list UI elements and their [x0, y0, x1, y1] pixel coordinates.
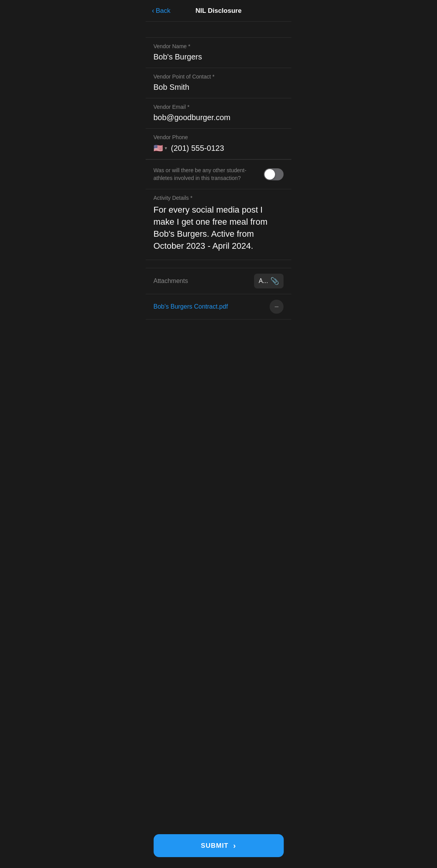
minus-icon: − — [274, 302, 279, 311]
vendor-email-value[interactable]: bob@goodburger.com — [153, 113, 284, 122]
activity-details-section: Activity Details * For every social medi… — [146, 189, 291, 260]
vendor-contact-section: Vendor Point of Contact * Bob Smith — [146, 68, 291, 98]
attachments-label: Attachments — [153, 278, 188, 285]
other-athletes-label: Was or will there be any other student-a… — [153, 167, 258, 182]
other-athletes-section: Was or will there be any other student-a… — [146, 159, 291, 189]
attachments-section: Attachments A... 📎 — [146, 268, 291, 294]
vendor-phone-section: Vendor Phone 🇺🇸 ▾ (201) 555-0123 — [146, 129, 291, 159]
back-label: Back — [156, 7, 171, 15]
top-spacer — [146, 22, 291, 37]
flag-icon: 🇺🇸 — [153, 143, 163, 153]
vendor-name-label: Vendor Name * — [153, 43, 284, 49]
activity-details-label: Activity Details * — [153, 195, 284, 201]
file-row: Bob's Burgers Contract.pdf − — [146, 294, 291, 320]
file-link[interactable]: Bob's Burgers Contract.pdf — [153, 303, 228, 310]
attach-button-label: A... — [259, 278, 268, 285]
other-athletes-toggle[interactable] — [264, 168, 284, 180]
toggle-knob — [265, 169, 275, 180]
vendor-name-section: Vendor Name * Bob's Burgers — [146, 37, 291, 68]
vendor-phone-label: Vendor Phone — [153, 134, 284, 140]
remove-file-button[interactable]: − — [270, 300, 284, 314]
vendor-contact-value[interactable]: Bob Smith — [153, 83, 284, 92]
vendor-contact-label: Vendor Point of Contact * — [153, 73, 284, 80]
phone-row: 🇺🇸 ▾ (201) 555-0123 — [153, 143, 284, 153]
activity-details-value[interactable]: For every social media post I make I get… — [153, 204, 284, 252]
vendor-email-label: Vendor Email * — [153, 104, 284, 110]
phone-value[interactable]: (201) 555-0123 — [171, 144, 224, 153]
page-title: NIL Disclosure — [195, 7, 242, 15]
paperclip-icon: 📎 — [270, 277, 279, 285]
vendor-email-section: Vendor Email * bob@goodburger.com — [146, 98, 291, 129]
back-button[interactable]: ‹ Back — [152, 7, 171, 15]
attach-button[interactable]: A... 📎 — [254, 274, 284, 288]
flag-chevron-icon: ▾ — [165, 145, 167, 151]
vendor-name-value[interactable]: Bob's Burgers — [153, 52, 284, 61]
page-header: ‹ Back NIL Disclosure — [146, 0, 291, 22]
country-selector[interactable]: 🇺🇸 ▾ — [153, 143, 167, 153]
back-chevron-icon: ‹ — [152, 7, 154, 15]
bottom-spacer — [146, 320, 291, 358]
